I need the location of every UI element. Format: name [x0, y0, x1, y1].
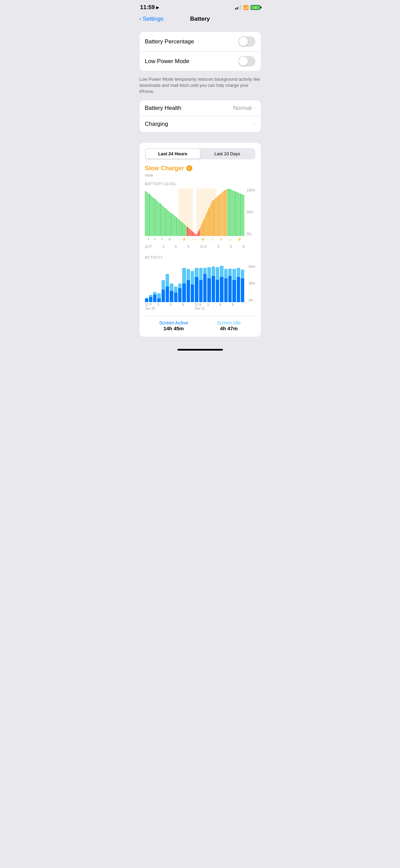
location-icon: ▶	[156, 5, 159, 10]
date-row: Jun 10 Jun 11	[145, 307, 245, 310]
chevron-left-icon: ‹	[140, 16, 142, 22]
activity-bar-active	[237, 277, 240, 302]
activity-bar-group	[216, 265, 219, 302]
battery-bar	[162, 205, 163, 236]
battery-bar	[205, 217, 205, 236]
tab-switcher: Last 24 Hours Last 10 Days	[145, 148, 255, 159]
x-label-6: 6	[175, 245, 177, 249]
low-power-mode-toggle[interactable]	[238, 56, 255, 66]
activity-bar-active	[182, 283, 186, 302]
chart-section: Last 24 Hours Last 10 Days Slow Charger …	[140, 143, 261, 337]
battery-bar	[237, 192, 238, 236]
chevron-right-icon: ›	[254, 105, 255, 111]
screen-active-value: 14h 45m	[159, 326, 188, 331]
signal-bar-1	[235, 8, 236, 9]
low-power-mode-row[interactable]: Low Power Mode	[140, 52, 261, 71]
page-title: Battery	[190, 16, 210, 22]
toggle-knob	[239, 37, 248, 46]
charging-row[interactable]: Charging ›	[140, 116, 261, 132]
charge-lightning-5: —	[228, 237, 232, 242]
charge-lightning-3: ⚡	[201, 237, 205, 242]
charging-icons-row: ● ● ● ⏸ ⚡ — ⚡ — ⏸ — ⚡	[145, 237, 245, 242]
battery-bar	[191, 231, 192, 236]
wifi-icon: 📶	[243, 5, 249, 10]
info-badge[interactable]: i	[186, 165, 192, 171]
battery-bar	[238, 193, 239, 236]
activity-bar-active	[241, 278, 244, 302]
battery-level-label: BATTERY LEVEL	[145, 182, 255, 186]
legend-section: Screen Active 14h 45m Screen Idle 4h 47m	[145, 316, 255, 331]
battery-bar	[189, 229, 190, 236]
battery-bar	[176, 217, 177, 236]
battery-bar	[241, 194, 242, 236]
charge-dot-3: ●	[161, 237, 163, 242]
battery-bar	[188, 228, 189, 236]
battery-bar	[177, 218, 178, 236]
battery-bar	[167, 209, 167, 236]
activity-bar-group	[145, 265, 148, 302]
battery-bar	[185, 225, 186, 236]
battery-bar	[150, 195, 151, 236]
battery-bar	[158, 202, 159, 236]
battery-percentage-row[interactable]: Battery Percentage	[140, 32, 261, 52]
battery-bar	[195, 234, 195, 236]
battery-bar	[229, 189, 230, 236]
battery-bar	[151, 196, 152, 236]
activity-bar-group	[187, 265, 190, 302]
activity-bar-group	[178, 265, 182, 302]
battery-bar	[164, 208, 165, 236]
tab-24h[interactable]: Last 24 Hours	[146, 149, 200, 159]
activity-bar-group	[228, 265, 232, 302]
battery-bar	[172, 214, 173, 236]
battery-bar	[208, 210, 208, 236]
battery-bolt: ⚡	[253, 6, 257, 9]
low-power-mode-description: Low Power Mode temporarily reduces backg…	[134, 74, 266, 100]
activity-bar-active	[187, 280, 190, 302]
battery-percentage-toggle[interactable]	[238, 36, 255, 47]
screen-idle-legend[interactable]: Screen Idle 4h 47m	[217, 320, 241, 331]
activity-bar-active	[199, 280, 203, 302]
tab-10d[interactable]: Last 10 Days	[200, 149, 255, 159]
x-date-6b: 6	[219, 303, 232, 307]
x-date-3b: 3	[207, 303, 219, 307]
battery-bar	[201, 224, 202, 236]
activity-bar-group	[224, 265, 228, 302]
battery-bar	[165, 208, 166, 236]
battery-health-value-group: Normal ›	[233, 105, 255, 112]
battery-bar	[170, 212, 170, 236]
battery-bar	[174, 215, 175, 236]
screen-idle-label: Screen Idle	[217, 320, 241, 326]
battery-bar	[156, 200, 156, 236]
battery-bar	[157, 201, 157, 236]
date-jun11: Jun 11	[195, 307, 245, 310]
battery-bar	[149, 194, 150, 236]
signal-bar-3	[238, 6, 239, 9]
charge-dot-2: ●	[154, 237, 156, 242]
activity-bar-active	[212, 276, 215, 302]
battery-bar	[239, 193, 240, 236]
screen-active-legend[interactable]: Screen Active 14h 45m	[159, 320, 188, 331]
charge-lightning-4: —	[211, 237, 214, 242]
charge-lightning-2: —	[192, 237, 195, 242]
battery-bar	[159, 203, 160, 236]
battery-bar	[197, 234, 197, 236]
battery-bar	[169, 211, 169, 236]
activity-bar-active	[216, 280, 219, 302]
battery-bar	[221, 193, 222, 236]
activity-bar-group	[237, 265, 240, 302]
battery-y-labels: 100% 50% 0%	[247, 189, 255, 236]
battery-bar	[210, 205, 211, 236]
battery-bar	[199, 229, 200, 236]
battery-bar	[152, 197, 153, 236]
activity-bar-active	[149, 297, 152, 302]
battery-bar	[206, 215, 206, 236]
battery-bar	[190, 230, 191, 236]
battery-bar	[175, 216, 176, 236]
activity-bar-active	[203, 274, 207, 302]
back-button[interactable]: ‹ Settings	[140, 16, 164, 22]
y-label-50: 50%	[247, 210, 255, 214]
activity-bar-active	[174, 293, 177, 302]
battery-health-row[interactable]: Battery Health Normal ›	[140, 100, 261, 116]
slow-charger-label: Slow Charger	[145, 165, 184, 172]
battery-bar	[171, 213, 171, 236]
